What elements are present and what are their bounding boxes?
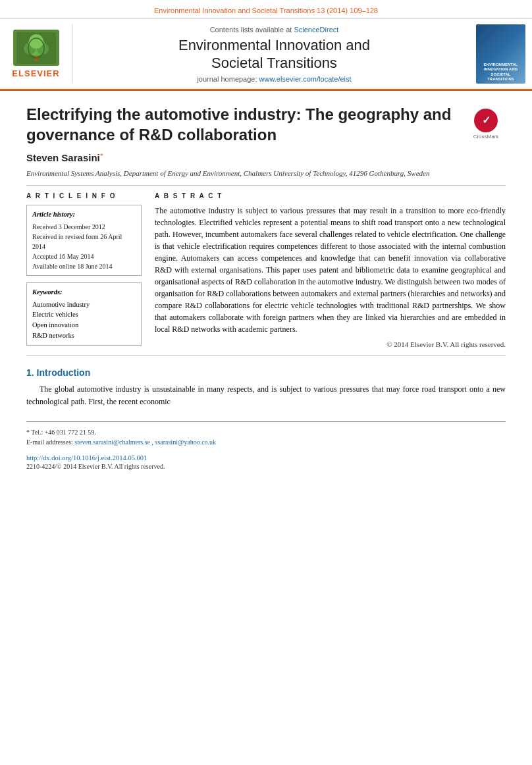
- homepage-url[interactable]: www.elsevier.com/locate/eist: [259, 75, 352, 83]
- keyword-4: R&D networks: [32, 330, 136, 341]
- journal-name-line2: Societal Transitions: [211, 55, 337, 71]
- email-1-link[interactable]: steven.sarasini@chalmers.se: [74, 438, 150, 446]
- author-sup: *: [100, 151, 104, 159]
- email-label: E-mail addresses:: [26, 438, 73, 446]
- keyword-1: Automotive industry: [32, 300, 136, 310]
- keywords-box: Keywords: Automotive industry Electric v…: [26, 282, 142, 346]
- svg-text:✓: ✓: [482, 115, 491, 126]
- issn-text: 2210-4224/© 2014 Elsevier B.V. All right…: [26, 463, 506, 470]
- keywords-title: Keywords:: [32, 287, 136, 298]
- author-name: Steven Sarasini: [26, 153, 100, 164]
- abstract-header: A B S T R A C T: [155, 192, 506, 199]
- homepage-label: journal homepage:: [197, 75, 257, 83]
- article-history-box: Article history: Received 3 December 201…: [26, 205, 142, 276]
- crossmark-badge: ✓ CrossMark: [466, 107, 506, 140]
- history-revised: Received in revised form 26 April 2014: [32, 232, 136, 251]
- section-number: 1.: [26, 367, 34, 378]
- divider-after-affiliation: [26, 185, 506, 186]
- copyright-line: © 2014 Elsevier B.V. All rights reserved…: [155, 340, 506, 348]
- divider-after-abstract: [26, 355, 506, 356]
- introduction-section-title: 1. Introduction: [26, 367, 506, 378]
- history-accepted: Accepted 16 May 2014: [32, 251, 136, 261]
- doi-link[interactable]: http://dx.doi.org/10.1016/j.eist.2014.05…: [26, 454, 147, 462]
- section-label: Introduction: [37, 367, 91, 378]
- article-info-header: A R T I C L E I N F O: [26, 192, 142, 199]
- journal-cover-image: ENVIRONMENTAL INNOVATION AND SOCIETAL TR…: [476, 24, 525, 84]
- crossmark-label: CrossMark: [473, 134, 499, 140]
- journal-name-line1: Environmental Innovation and: [178, 37, 370, 53]
- contents-text: Contents lists available at: [210, 26, 292, 34]
- contents-line: Contents lists available at ScienceDirec…: [210, 26, 339, 34]
- introduction-body: The global automotive industry is unsust…: [26, 383, 506, 408]
- article-info-column: A R T I C L E I N F O Article history: R…: [26, 192, 142, 348]
- footnote-email-row: E-mail addresses: steven.sarasini@chalme…: [26, 437, 506, 447]
- elsevier-tree-icon: [13, 30, 59, 66]
- affiliation: Environmental Systems Analysis, Departme…: [26, 169, 506, 178]
- elsevier-brand-text: ELSEVIER: [12, 68, 59, 78]
- article-title: Electrifying the automotive industry: Th…: [26, 104, 460, 145]
- two-col-section: A R T I C L E I N F O Article history: R…: [26, 192, 506, 348]
- doi-section: http://dx.doi.org/10.1016/j.eist.2014.05…: [26, 452, 506, 470]
- email-2-link[interactable]: ssarasini@yahoo.co.uk: [155, 438, 217, 446]
- keyword-2: Electric vehicles: [32, 309, 136, 320]
- journal-homepage: journal homepage: www.elsevier.com/locat…: [197, 75, 351, 83]
- page-container: Environmental Innovation and Societal Tr…: [0, 0, 532, 765]
- journal-top-title: Environmental Innovation and Societal Tr…: [154, 7, 378, 14]
- history-title: Article history:: [32, 209, 136, 220]
- footnote-tel: * Tel.: +46 031 772 21 59.: [26, 429, 96, 436]
- footnote-section: * Tel.: +46 031 772 21 59. E-mail addres…: [26, 421, 506, 470]
- svg-point-5: [29, 34, 43, 49]
- email-separator: ,: [152, 438, 154, 446]
- sciencedirect-link[interactable]: ScienceDirect: [294, 26, 338, 34]
- history-online: Available online 18 June 2014: [32, 261, 136, 271]
- abstract-column: A B S T R A C T The automotive industry …: [155, 192, 506, 348]
- author-section: Steven Sarasini*: [26, 151, 506, 164]
- history-received: Received 3 December 2012: [32, 222, 136, 232]
- footnote-star: * Tel.: +46 031 772 21 59.: [26, 427, 506, 437]
- elsevier-logo-block: ELSEVIER: [7, 24, 72, 84]
- header-section: ELSEVIER Contents lists available at Sci…: [0, 19, 532, 91]
- journal-center: Contents lists available at ScienceDirec…: [79, 24, 469, 84]
- main-content: Electrifying the automotive industry: Th…: [0, 91, 532, 483]
- crossmark-icon: ✓: [473, 107, 499, 134]
- abstract-text: The automotive industry is subject to va…: [155, 205, 506, 335]
- article-title-section: Electrifying the automotive industry: Th…: [26, 104, 506, 145]
- journal-top-bar: Environmental Innovation and Societal Tr…: [0, 0, 532, 19]
- cover-text: ENVIRONMENTAL INNOVATION AND SOCIETAL TR…: [478, 63, 523, 82]
- keyword-3: Open innovation: [32, 320, 136, 330]
- journal-title-main: Environmental Innovation and Societal Tr…: [178, 36, 370, 72]
